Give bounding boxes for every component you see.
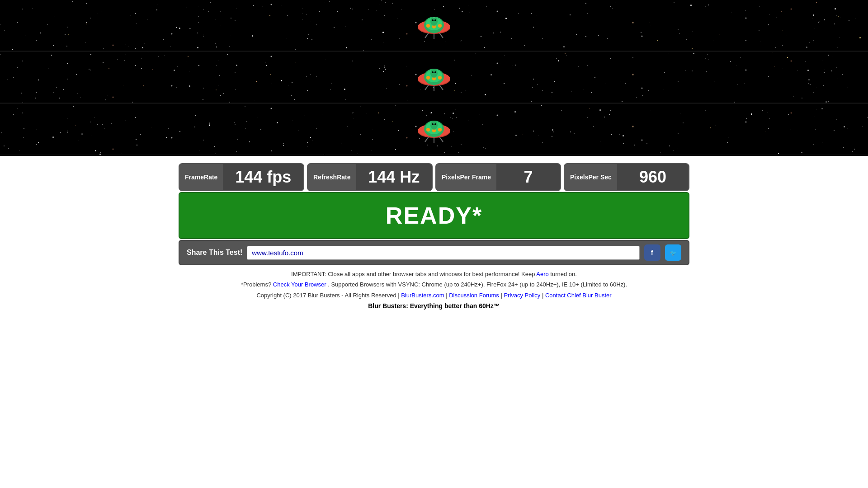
pixels-per-frame-label: Pixels Per Frame bbox=[436, 164, 496, 190]
ufo-icon-2 bbox=[416, 61, 452, 92]
share-label: Share This Test! bbox=[187, 249, 242, 257]
svg-line-10 bbox=[425, 33, 429, 38]
ufo-container-1 bbox=[416, 9, 452, 42]
ufo-container-2 bbox=[416, 61, 452, 94]
facebook-icon: f bbox=[648, 248, 657, 257]
blurbusters-link[interactable]: BlurBusters.com bbox=[401, 292, 444, 299]
svg-point-35 bbox=[434, 123, 436, 125]
svg-point-30 bbox=[426, 128, 430, 131]
svg-point-21 bbox=[432, 71, 434, 73]
refresh-rate-stat: Refresh Rate 144 Hz bbox=[307, 163, 433, 191]
footer-tagline: Blur Busters: Everything better than 60H… bbox=[0, 300, 868, 312]
ufo-icon-3 bbox=[416, 113, 452, 144]
pixels-per-sec-stat: Pixels Per Sec 960 bbox=[564, 163, 689, 191]
ufo-icon-1 bbox=[416, 9, 452, 40]
svg-line-23 bbox=[425, 85, 429, 90]
svg-point-6 bbox=[438, 24, 442, 28]
ready-banner: READY* bbox=[179, 192, 689, 239]
contact-link[interactable]: Contact Chief Blur Buster bbox=[545, 292, 612, 299]
starfield-section-2 bbox=[0, 52, 868, 104]
ufo-container-3 bbox=[416, 113, 452, 146]
svg-point-22 bbox=[434, 71, 436, 73]
refresh-rate-label: Refresh Rate bbox=[308, 164, 356, 190]
frame-rate-value: 144 fps bbox=[223, 164, 303, 190]
stats-bar: Frame Rate 144 fps Refresh Rate 144 Hz P… bbox=[179, 163, 689, 191]
share-url-input[interactable] bbox=[247, 246, 640, 260]
svg-line-37 bbox=[439, 137, 443, 142]
pixels-per-sec-label: Pixels Per Sec bbox=[565, 164, 617, 190]
svg-point-33 bbox=[430, 121, 438, 130]
ready-text: READY* bbox=[386, 202, 482, 229]
svg-point-7 bbox=[430, 17, 438, 26]
frame-rate-label: Frame Rate bbox=[179, 164, 223, 190]
pixels-per-sec-value: 960 bbox=[617, 164, 689, 190]
svg-text:🐦: 🐦 bbox=[670, 249, 677, 256]
pixels-per-frame-stat: Pixels Per Frame 7 bbox=[435, 163, 561, 191]
footer-important: IMPORTANT: Close all apps and other brow… bbox=[0, 269, 868, 279]
twitter-share-button[interactable]: 🐦 bbox=[665, 244, 681, 261]
check-browser-link[interactable]: Check Your Browser bbox=[273, 281, 326, 288]
frame-rate-stat: Frame Rate 144 fps bbox=[179, 163, 304, 191]
pixels-per-frame-value: 7 bbox=[496, 164, 560, 190]
svg-text:f: f bbox=[651, 249, 653, 256]
svg-point-19 bbox=[438, 76, 442, 80]
svg-point-8 bbox=[432, 19, 434, 21]
svg-point-9 bbox=[434, 19, 436, 21]
footer-copyright: Copyright (C) 2017 Blur Busters - All Ri… bbox=[0, 290, 868, 300]
svg-point-17 bbox=[426, 76, 430, 80]
starfield-section-1 bbox=[0, 0, 868, 52]
svg-point-20 bbox=[430, 69, 438, 78]
svg-line-11 bbox=[439, 33, 443, 38]
share-bar: Share This Test! f 🐦 bbox=[179, 240, 689, 265]
twitter-icon: 🐦 bbox=[669, 248, 678, 257]
svg-point-32 bbox=[438, 128, 442, 131]
footer-problems: *Problems? Check Your Browser . Supporte… bbox=[0, 279, 868, 290]
svg-point-34 bbox=[432, 123, 434, 125]
starfield-section-3 bbox=[0, 104, 868, 156]
svg-line-24 bbox=[439, 85, 443, 90]
facebook-share-button[interactable]: f bbox=[644, 244, 660, 261]
svg-line-36 bbox=[425, 137, 429, 142]
footer: IMPORTANT: Close all apps and other brow… bbox=[0, 269, 868, 312]
privacy-policy-link[interactable]: Privacy Policy bbox=[504, 292, 540, 299]
discussion-forums-link[interactable]: Discussion Forums bbox=[449, 292, 499, 299]
svg-point-4 bbox=[426, 24, 430, 28]
refresh-rate-value: 144 Hz bbox=[356, 164, 432, 190]
aero-link[interactable]: Aero bbox=[536, 271, 548, 277]
